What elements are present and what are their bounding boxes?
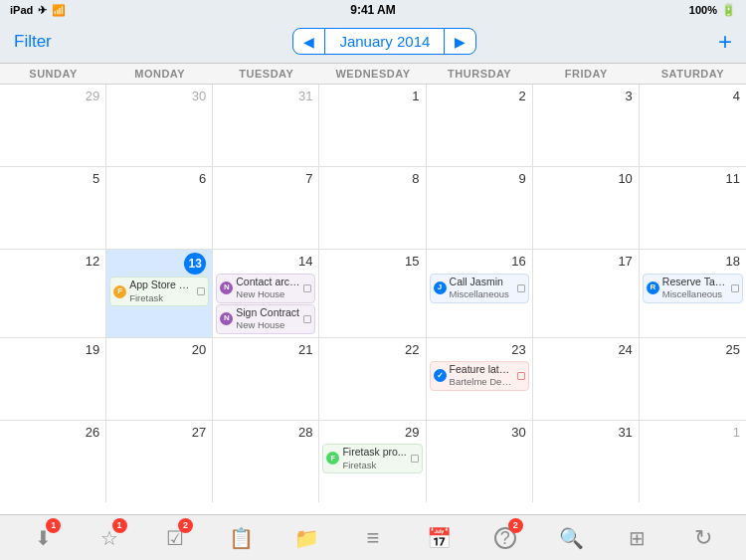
calendar-button[interactable]: 📅 <box>417 516 461 560</box>
day-jan-25[interactable]: 25 <box>640 338 746 420</box>
event-checkbox[interactable] <box>411 455 419 463</box>
day-number: 7 <box>216 169 315 190</box>
day-jan-10[interactable]: 10 <box>533 167 640 249</box>
firetask-pro-event[interactable]: F Firetask pro... Firetask <box>322 444 422 473</box>
day-jan-19[interactable]: 19 <box>0 338 106 420</box>
day-headers: SUNDAY MONDAY TUESDAY WEDNESDAY THURSDAY… <box>0 64 746 85</box>
day-jan-13[interactable]: 13 F App Store Fe... Firetask <box>106 250 213 336</box>
day-jan-3[interactable]: 3 <box>533 85 640 166</box>
day-jan-5[interactable]: 5 <box>0 167 106 249</box>
bartelme-icon: ✓ <box>434 369 447 382</box>
day-number: 27 <box>109 423 209 444</box>
day-dec-31[interactable]: 31 <box>213 85 319 166</box>
day-number: 31 <box>216 87 315 107</box>
day-feb-1[interactable]: 1 <box>640 421 746 502</box>
day-number: 1 <box>322 87 422 107</box>
folder-button[interactable]: 📁 <box>285 516 329 560</box>
day-jan-16[interactable]: 16 J Call Jasmin Miscellaneous <box>427 250 533 336</box>
day-jan-22[interactable]: 22 <box>319 338 426 420</box>
event-subtitle: Bartelme Design <box>450 376 515 388</box>
event-checkbox[interactable] <box>197 287 205 295</box>
day-number: 28 <box>216 423 315 444</box>
day-jan-24[interactable]: 24 <box>533 338 640 420</box>
day-jan-7[interactable]: 7 <box>213 167 319 249</box>
week-row-1: 29 30 31 1 2 3 4 <box>0 85 746 167</box>
inbox-button[interactable]: ⬇ 1 <box>21 516 65 560</box>
event-subtitle: Miscellaneous <box>450 288 515 300</box>
day-jan-4[interactable]: 4 <box>640 85 746 166</box>
day-jan-18[interactable]: 18 R Reserve Tabl... Miscellaneous <box>640 250 746 336</box>
checklist-button[interactable]: ☑ 2 <box>153 516 197 560</box>
day-number: 30 <box>430 423 529 444</box>
day-jan-27[interactable]: 27 <box>106 421 213 502</box>
grid-button[interactable]: ⊞ <box>615 516 658 560</box>
day-jan-17[interactable]: 17 <box>533 250 640 336</box>
day-number: 4 <box>643 87 743 107</box>
contact-archi-event[interactable]: N Contact archi... New House <box>216 274 315 303</box>
day-number: 6 <box>109 169 209 190</box>
day-number: 10 <box>536 169 636 190</box>
current-month-label[interactable]: January 2014 <box>324 29 445 54</box>
event-checkbox[interactable] <box>731 284 739 292</box>
day-number: 19 <box>3 340 102 361</box>
clipboard-button[interactable]: 📋 <box>219 516 263 560</box>
today-badge: 13 <box>184 253 206 275</box>
day-jan-11[interactable]: 11 <box>640 167 746 249</box>
day-jan-29[interactable]: 29 F Firetask pro... Firetask <box>319 421 426 502</box>
day-jan-2[interactable]: 2 <box>427 85 533 166</box>
header-wednesday: WEDNESDAY <box>319 64 426 84</box>
day-jan-1[interactable]: 1 <box>319 85 426 166</box>
day-number: 5 <box>3 169 102 190</box>
day-number: 30 <box>109 87 209 107</box>
prev-month-button[interactable]: ◀ <box>293 31 324 53</box>
event-checkbox[interactable] <box>517 284 525 292</box>
event-text: App Store Fe... Firetask <box>129 279 195 304</box>
wifi-signal-icon: 📶 <box>52 4 66 17</box>
reserve-tabl-event[interactable]: R Reserve Tabl... Miscellaneous <box>643 274 743 303</box>
day-jan-21[interactable]: 21 <box>213 338 319 420</box>
call-jasmin-event[interactable]: J Call Jasmin Miscellaneous <box>430 274 529 303</box>
firetask-pro-icon: F <box>326 452 339 465</box>
day-jan-6[interactable]: 6 <box>106 167 213 249</box>
day-dec-30[interactable]: 30 <box>106 85 213 166</box>
day-jan-15[interactable]: 15 <box>319 250 426 336</box>
next-month-button[interactable]: ▶ <box>445 31 475 53</box>
day-jan-14[interactable]: 14 N Contact archi... New House N Sign C… <box>213 250 319 336</box>
event-title: Sign Contract <box>236 306 301 320</box>
sign-contract-event[interactable]: N Sign Contract New House <box>216 304 315 334</box>
help-badge: 2 <box>508 518 523 533</box>
event-checkbox[interactable] <box>303 284 311 292</box>
refresh-button[interactable]: ↻ <box>681 516 725 560</box>
event-subtitle: Miscellaneous <box>662 288 729 300</box>
week-row-3: 12 13 F App Store Fe... Firetask 14 <box>0 250 746 337</box>
header-sunday: SUNDAY <box>0 64 106 84</box>
day-number: 21 <box>216 340 315 361</box>
day-dec-29[interactable]: 29 <box>0 85 106 166</box>
day-jan-8[interactable]: 8 <box>319 167 426 249</box>
event-title: App Store Fe... <box>129 279 195 292</box>
event-checkbox[interactable] <box>517 372 525 380</box>
search-button[interactable]: 🔍 <box>549 516 593 560</box>
help-button[interactable]: ? 2 <box>483 516 527 560</box>
day-jan-30[interactable]: 30 <box>427 421 533 502</box>
wifi-icon: ✈ <box>38 4 47 17</box>
day-jan-9[interactable]: 9 <box>427 167 533 249</box>
star-button[interactable]: ☆ 1 <box>88 516 131 560</box>
day-jan-26[interactable]: 26 <box>0 421 106 502</box>
add-event-button[interactable]: + <box>718 28 732 56</box>
day-jan-28[interactable]: 28 <box>213 421 319 502</box>
projects-button[interactable]: ≡ <box>351 516 395 560</box>
filter-button[interactable]: Filter <box>14 32 52 52</box>
day-number: 24 <box>536 340 636 361</box>
day-jan-23[interactable]: 23 ✓ Feature lates... Bartelme Design <box>427 338 533 420</box>
feature-lates-event[interactable]: ✓ Feature lates... Bartelme Design <box>430 361 529 391</box>
event-text: Firetask pro... Firetask <box>342 446 408 471</box>
event-title: Contact archi... <box>236 276 301 289</box>
day-jan-12[interactable]: 12 <box>0 250 106 336</box>
day-jan-31[interactable]: 31 <box>533 421 640 502</box>
event-checkbox[interactable] <box>303 315 311 323</box>
event-text: Contact archi... New House <box>236 276 301 301</box>
event-text: Reserve Tabl... Miscellaneous <box>662 276 729 301</box>
day-jan-20[interactable]: 20 <box>106 338 213 420</box>
app-store-event[interactable]: F App Store Fe... Firetask <box>109 277 209 306</box>
